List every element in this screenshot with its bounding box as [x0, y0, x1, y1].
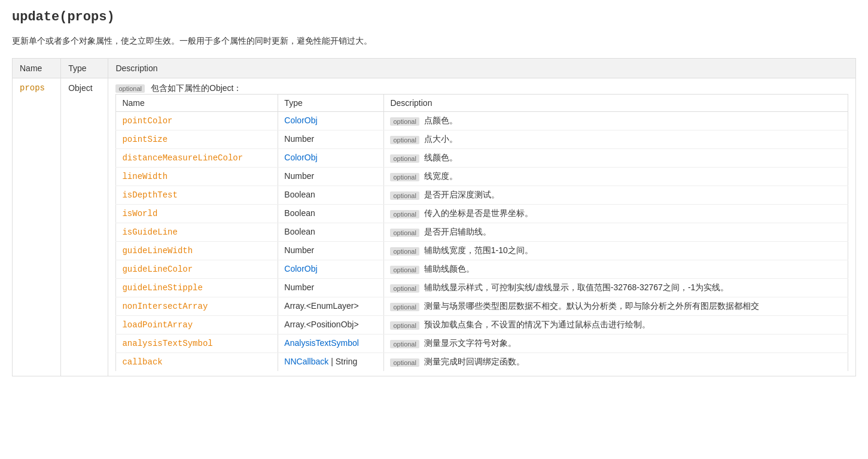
optional-badge: optional	[390, 266, 419, 274]
type-link[interactable]: ColorObj	[284, 153, 317, 162]
table-row: nonIntersectArrayArray.<EnumLayer>option…	[116, 297, 848, 316]
type-text: Array.<PositionObj>	[284, 320, 358, 329]
table-row: analysisTextSymbolAnalysisTextSymbolopti…	[116, 335, 848, 353]
prop-desc-text: 辅助线宽度，范围1-10之间。	[422, 245, 533, 255]
inner-prop-desc: optional 线宽度。	[384, 168, 848, 186]
inner-prop-type: Array.<PositionObj>	[278, 316, 384, 335]
type-link[interactable]: ColorObj	[284, 264, 317, 273]
inner-prop-name-text: guideLineWidth	[122, 246, 193, 256]
outer-col-desc: Description	[108, 59, 856, 78]
inner-prop-name: loadPointArray	[116, 316, 278, 335]
inner-prop-desc: optional 传入的坐标是否是世界坐标。	[384, 205, 848, 223]
inner-col-desc: Description	[384, 95, 848, 112]
type-link[interactable]: AnalysisTextSymbol	[284, 338, 359, 348]
type-text: String	[336, 357, 358, 366]
inner-prop-type: ColorObj	[278, 149, 384, 168]
inner-prop-name-text: isDepthTest	[122, 190, 177, 200]
prop-desc-text: 是否开启辅助线。	[422, 227, 491, 236]
inner-prop-desc: optional 辅助线颜色。	[384, 260, 848, 279]
type-text: Boolean	[284, 227, 315, 236]
optional-badge: optional	[390, 191, 419, 200]
inner-prop-name: distanceMeasureLineColor	[116, 149, 278, 168]
prop-desc-text: 辅助线显示样式，可控制实线/虚线显示，取值范围-32768-32767之间，-1…	[422, 282, 729, 292]
props-intro: optional 包含如下属性的Object：	[115, 83, 848, 94]
inner-prop-desc: optional 测量显示文字符号对象。	[384, 335, 848, 353]
inner-prop-desc: optional 是否开启辅助线。	[384, 223, 848, 242]
inner-prop-type: ColorObj	[278, 112, 384, 130]
prop-desc-text: 测量完成时回调绑定函数。	[422, 357, 525, 366]
props-optional-badge: optional	[115, 84, 145, 93]
inner-prop-name-text: isWorld	[122, 209, 157, 218]
inner-prop-name: lineWidth	[116, 168, 278, 186]
table-row: pointSizeNumberoptional 点大小。	[116, 130, 848, 149]
inner-prop-desc: optional 辅助线显示样式，可控制实线/虚线显示，取值范围-32768-3…	[384, 279, 848, 297]
inner-prop-name: nonIntersectArray	[116, 297, 278, 316]
outer-table: Name Type Description props Object optio…	[12, 58, 856, 376]
props-intro-text: 包含如下属性的Object：	[151, 83, 242, 94]
table-row: guideLineStippleNumberoptional 辅助线显示样式，可…	[116, 279, 848, 297]
type-link[interactable]: ColorObj	[284, 115, 317, 125]
prop-desc-text: 测量与场景哪些类型图层数据不相交。默认为分析类，即与除分析之外所有图层数据都相交	[422, 301, 759, 311]
inner-prop-desc: optional 预设加载点集合，不设置的情况下为通过鼠标点击进行绘制。	[384, 316, 848, 335]
inner-prop-name: isWorld	[116, 205, 278, 223]
page-title: update(props)	[12, 10, 856, 25]
inner-prop-name-text: lineWidth	[122, 172, 167, 181]
optional-badge: optional	[390, 340, 419, 348]
prop-desc-text: 线颜色。	[422, 153, 458, 162]
type-text: Array.<EnumLayer>	[284, 301, 358, 311]
optional-badge: optional	[390, 136, 419, 144]
inner-prop-desc: optional 辅助线宽度，范围1-10之间。	[384, 242, 848, 260]
prop-desc-text: 传入的坐标是否是世界坐标。	[422, 208, 533, 218]
inner-prop-desc: optional 测量与场景哪些类型图层数据不相交。默认为分析类，即与除分析之外…	[384, 297, 848, 316]
inner-prop-type: NNCallback | String	[278, 353, 384, 372]
inner-prop-name: guideLineColor	[116, 260, 278, 279]
inner-prop-type: Boolean	[278, 223, 384, 242]
prop-desc-text: 点颜色。	[422, 115, 458, 125]
table-row: props Object optional 包含如下属性的Object： Nam…	[13, 78, 856, 376]
inner-prop-name-text: pointColor	[122, 116, 172, 126]
inner-prop-desc: optional 点大小。	[384, 130, 848, 149]
type-text: Number	[284, 282, 314, 292]
prop-desc-text: 测量显示文字符号对象。	[422, 338, 516, 348]
table-row: isDepthTestBooleanoptional 是否开启深度测试。	[116, 186, 848, 205]
prop-desc-text: 是否开启深度测试。	[422, 190, 500, 199]
inner-prop-name-text: loadPointArray	[122, 320, 193, 330]
optional-badge: optional	[390, 321, 419, 330]
inner-prop-name: guideLineStipple	[116, 279, 278, 297]
inner-prop-desc: optional 测量完成时回调绑定函数。	[384, 353, 848, 372]
type-link[interactable]: NNCallback	[284, 357, 328, 366]
inner-prop-type: ColorObj	[278, 260, 384, 279]
inner-prop-name-text: pointSize	[122, 135, 167, 144]
prop-desc-text: 线宽度。	[422, 171, 458, 181]
inner-prop-name: guideLineWidth	[116, 242, 278, 260]
table-row: callbackNNCallback | Stringoptional 测量完成…	[116, 353, 848, 372]
inner-prop-name-text: distanceMeasureLineColor	[122, 153, 243, 163]
type-text: Number	[284, 134, 314, 144]
inner-prop-type: Boolean	[278, 205, 384, 223]
props-name-cell: props	[13, 78, 61, 376]
inner-prop-name: pointColor	[116, 112, 278, 130]
inner-prop-name-text: analysisTextSymbol	[122, 339, 212, 348]
table-row: lineWidthNumberoptional 线宽度。	[116, 168, 848, 186]
inner-prop-name-text: guideLineColor	[122, 265, 193, 274]
inner-prop-name: callback	[116, 353, 278, 372]
props-type-cell: Object	[61, 78, 108, 376]
prop-desc-text: 点大小。	[422, 134, 458, 144]
optional-badge: optional	[390, 173, 419, 181]
inner-prop-type: Number	[278, 130, 384, 149]
inner-prop-type: Number	[278, 279, 384, 297]
outer-col-name: Name	[13, 59, 61, 78]
optional-badge: optional	[390, 284, 419, 293]
inner-prop-name-text: nonIntersectArray	[122, 302, 208, 311]
type-text: Boolean	[284, 208, 315, 218]
optional-badge: optional	[390, 210, 419, 218]
table-row: guideLineColorColorObjoptional 辅助线颜色。	[116, 260, 848, 279]
inner-prop-desc: optional 线颜色。	[384, 149, 848, 168]
inner-prop-desc: optional 是否开启深度测试。	[384, 186, 848, 205]
inner-prop-type: AnalysisTextSymbol	[278, 335, 384, 353]
outer-col-type: Type	[61, 59, 108, 78]
table-row: distanceMeasureLineColorColorObjoptional…	[116, 149, 848, 168]
optional-badge: optional	[390, 303, 419, 311]
inner-prop-type: Boolean	[278, 186, 384, 205]
optional-badge: optional	[390, 229, 419, 237]
